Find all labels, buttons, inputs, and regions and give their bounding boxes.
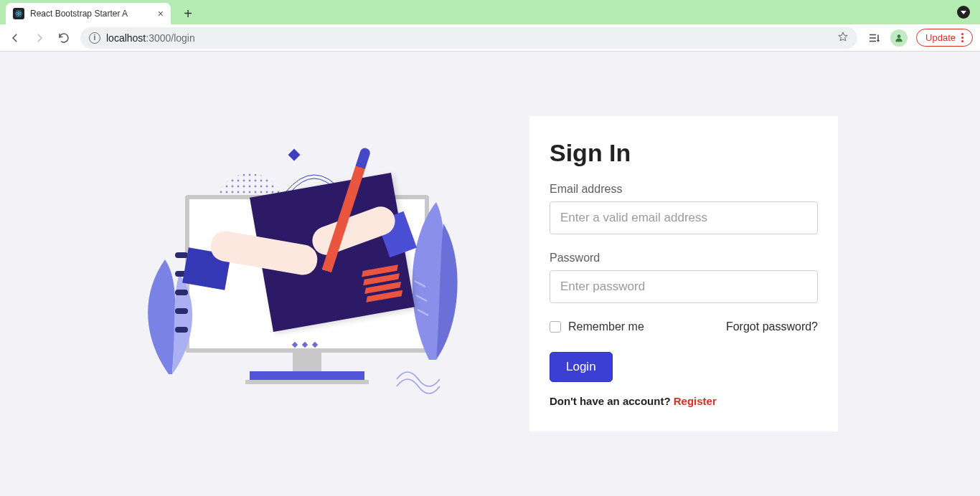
swirl-icon bbox=[393, 361, 443, 397]
remember-me-wrapper[interactable]: Remember me bbox=[550, 320, 644, 333]
signin-heading: Sign In bbox=[550, 139, 818, 167]
svg-point-4 bbox=[897, 34, 901, 38]
forward-button[interactable] bbox=[32, 30, 47, 46]
plant-right-icon bbox=[400, 195, 465, 360]
note-stripes-icon bbox=[361, 262, 402, 302]
reading-list-icon[interactable] bbox=[866, 30, 882, 46]
close-tab-icon[interactable]: × bbox=[158, 8, 164, 19]
address-bar[interactable]: i localhost:3000/login bbox=[80, 27, 857, 49]
tab-title: React Bootstrap Starter A bbox=[30, 9, 152, 19]
remember-me-label: Remember me bbox=[568, 320, 644, 333]
reload-button[interactable] bbox=[56, 30, 72, 46]
svg-point-0 bbox=[18, 13, 19, 14]
diamond-icon bbox=[288, 149, 301, 161]
monitor-base-shadow-icon bbox=[245, 380, 369, 384]
bookmark-star-icon[interactable] bbox=[837, 31, 849, 44]
login-card: Sign In Email address Password Remember … bbox=[529, 116, 838, 431]
monitor-led-icon bbox=[293, 343, 317, 347]
window-menu-icon[interactable] bbox=[957, 6, 970, 19]
forgot-password-link[interactable]: Forgot password? bbox=[726, 320, 818, 333]
login-illustration bbox=[142, 145, 472, 403]
react-favicon-icon bbox=[13, 8, 24, 19]
login-button[interactable]: Login bbox=[550, 352, 613, 382]
browser-tab[interactable]: React Bootstrap Starter A × bbox=[6, 3, 171, 24]
new-tab-button[interactable]: + bbox=[178, 4, 198, 24]
profile-avatar-icon[interactable] bbox=[890, 29, 908, 47]
email-field[interactable] bbox=[550, 201, 818, 234]
browser-toolbar: i localhost:3000/login Update bbox=[0, 24, 980, 52]
site-info-icon[interactable]: i bbox=[89, 32, 100, 44]
password-field[interactable] bbox=[550, 270, 818, 303]
monitor-base-icon bbox=[250, 371, 364, 380]
password-label: Password bbox=[550, 252, 818, 264]
signup-prompt: Don't have an account? Register bbox=[550, 395, 818, 407]
register-link[interactable]: Register bbox=[674, 395, 717, 407]
remember-me-checkbox[interactable] bbox=[550, 321, 561, 333]
more-dots-icon bbox=[961, 33, 963, 42]
email-label: Email address bbox=[550, 183, 818, 196]
url-text: localhost:3000/login bbox=[106, 32, 195, 44]
page-body: Sign In Email address Password Remember … bbox=[0, 52, 980, 496]
browser-update-button[interactable]: Update bbox=[916, 29, 973, 47]
back-button[interactable] bbox=[7, 30, 23, 46]
update-label: Update bbox=[925, 32, 956, 43]
browser-tab-strip: React Bootstrap Starter A × + bbox=[0, 0, 980, 24]
